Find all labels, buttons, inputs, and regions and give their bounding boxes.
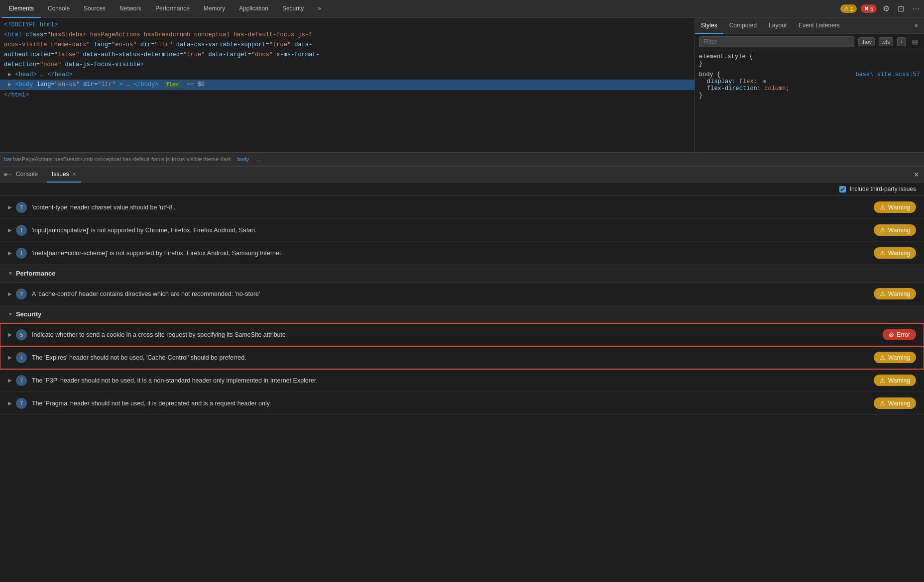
css-source-link[interactable]: base\ site.scss:57 — [855, 71, 920, 78]
category-label: Security — [16, 310, 41, 318]
category-performance[interactable]: ▼ Performance — [0, 265, 924, 283]
issue-count-badge: 7 — [16, 352, 27, 363]
category-label: Performance — [16, 270, 55, 277]
more-button[interactable]: ⋯ — [910, 2, 922, 15]
panel-dots-button[interactable]: ⋯ — [4, 173, 7, 176]
hov-button[interactable]: :hov — [858, 37, 875, 46]
issue-text: 'input[autocapitalize]' is not supported… — [32, 227, 874, 234]
tab-issues[interactable]: Issues × — [47, 167, 81, 183]
warning-badge: ⚠ Warning — [874, 201, 916, 213]
css-prop-display: display: flex; ⊞ — [699, 78, 920, 85]
warn-triangle-icon: ⚠ — [880, 249, 886, 257]
warning-badge: ⚠ Warning — [874, 352, 916, 363]
code-html-cont1: ocus-visible theme-dark" lang="en-us" di… — [0, 40, 694, 50]
issue-text: The 'Pragma' header should not be used, … — [32, 400, 874, 407]
breadcrumb-bar: bar.hasPageActions.hasBreadcrumb.concept… — [0, 152, 924, 166]
error-count-badge[interactable]: ✖ 5 — [861, 4, 877, 13]
code-head-collapsed[interactable]: ▶ <head> … </head> — [0, 70, 694, 80]
warning-count-badge[interactable]: ⚠ 1 — [840, 4, 857, 13]
issue-count-badge: 7 — [16, 375, 27, 386]
body-style-rule: body { base\ site.scss:57 display: flex;… — [699, 71, 920, 99]
styles-content: element.style { } body { base\ site.scss… — [695, 50, 924, 106]
tab-application[interactable]: Application — [232, 0, 275, 18]
issue-row[interactable]: ▶ 7 A 'cache-control' header contains di… — [0, 283, 924, 305]
issue-row-error-samesite[interactable]: ▶ 5 Indicate whether to send a cookie in… — [0, 323, 924, 346]
breadcrumb-text: bar.hasPageActions.hasBreadcrumb.concept… — [4, 156, 261, 162]
expand-icon: ▶ — [8, 332, 12, 337]
cls-button[interactable]: .cls — [879, 37, 893, 46]
elements-panel: <!DOCTYPE html> <html class="hasSidebar … — [0, 18, 695, 152]
issue-row-expires[interactable]: ▶ 7 The 'Expires' header should not be u… — [0, 346, 924, 369]
expand-icon: ▶ — [8, 204, 12, 210]
body-style-closing: } — [699, 92, 920, 99]
tab-memory[interactable]: Memory — [197, 0, 232, 18]
tab-elements[interactable]: Elements — [2, 0, 41, 18]
tab-styles[interactable]: Styles — [695, 18, 723, 34]
issue-text: 'content-type' header charset value shou… — [32, 204, 874, 211]
expand-icon: ▶ — [8, 355, 12, 360]
third-party-checkbox[interactable] — [839, 186, 846, 193]
expand-icon: ▶ — [8, 227, 12, 233]
dock-button[interactable]: ⊡ — [896, 2, 906, 15]
styles-filter-input[interactable] — [699, 36, 854, 47]
close-issues-tab[interactable]: × — [72, 170, 76, 178]
tab-network[interactable]: Network — [113, 0, 148, 18]
warning-badge: ⚠ Warning — [874, 288, 916, 299]
settings-button[interactable]: ⚙ — [881, 2, 892, 15]
warn-triangle-icon: ⚠ — [880, 377, 886, 384]
grid-icon[interactable]: ⊞ — [910, 36, 920, 48]
code-body-selected[interactable]: ▶ <body lang="en-us" dir="ltr" > … </bod… — [0, 80, 694, 90]
element-style-selector: element.style { — [699, 53, 920, 60]
category-security[interactable]: ▼ Security — [0, 305, 924, 323]
issue-text: The 'P3P' header should not be used, it … — [32, 377, 874, 384]
tab-console[interactable]: Console — [41, 0, 77, 18]
element-style-closing: } — [699, 60, 920, 67]
warn-triangle-icon: ⚠ — [880, 399, 886, 407]
issues-toolbar: ⋯ Console Issues × × — [0, 167, 924, 183]
code-doctype: <!DOCTYPE html> — [0, 20, 694, 30]
third-party-bar: Include third-party issues — [0, 183, 924, 196]
issue-row[interactable]: ▶ 7 'content-type' header charset value … — [0, 196, 924, 219]
category-arrow: ▼ — [8, 271, 13, 276]
close-panel-button[interactable]: × — [913, 169, 920, 180]
issue-row[interactable]: ▶ 1 'input[autocapitalize]' is not suppo… — [0, 219, 924, 242]
tab-styles-more[interactable]: » — [909, 18, 924, 34]
warning-icon: ⚠ — [844, 5, 849, 12]
code-html-cont2: authenticated="false" data-auth-status-d… — [0, 50, 694, 60]
warning-badge: ⚠ Warning — [874, 397, 916, 409]
expand-icon: ▶ — [8, 400, 12, 406]
add-style-button[interactable]: + — [897, 37, 906, 46]
issue-count-badge: 5 — [16, 329, 27, 340]
tab-event-listeners[interactable]: Event Listeners — [793, 18, 846, 34]
issue-row[interactable]: ▶ 7 The 'P3P' header should not be used,… — [0, 369, 924, 392]
styles-panel: Styles Computed Layout Event Listeners »… — [695, 18, 924, 152]
warning-badge: ⚠ Warning — [874, 375, 916, 386]
issue-row[interactable]: ▶ 1 'meta[name=color-scheme]' is not sup… — [0, 242, 924, 265]
code-html-open: <html class="hasSidebar hasPageActions h… — [0, 30, 694, 40]
issue-text: 'meta[name=color-scheme]' is not support… — [32, 250, 874, 257]
tab-layout[interactable]: Layout — [763, 18, 793, 34]
warning-count: 1 — [850, 6, 853, 12]
expand-icon: ▶ — [8, 291, 12, 296]
issue-count-badge: 7 — [16, 202, 27, 213]
error-circle-icon: ⊗ — [889, 331, 894, 338]
devtools-top-tabbar: Elements Console Sources Network Perform… — [0, 0, 924, 18]
tab-security[interactable]: Security — [275, 0, 311, 18]
issue-text: Indicate whether to send a cookie in a c… — [32, 331, 883, 338]
tab-more[interactable]: » — [311, 0, 328, 18]
issue-row[interactable]: ▶ 7 The 'Pragma' header should not be us… — [0, 392, 924, 415]
css-prop-flex-direction: flex-direction: column; — [699, 85, 920, 92]
warn-triangle-icon: ⚠ — [880, 290, 886, 297]
styles-filter-bar: :hov .cls + ⊞ — [695, 34, 924, 50]
main-split: <!DOCTYPE html> <html class="hasSidebar … — [0, 18, 924, 152]
issues-list: ▶ 7 'content-type' header charset value … — [0, 196, 924, 415]
tab-console-bottom[interactable]: Console — [11, 167, 43, 183]
error-icon: ✖ — [864, 5, 869, 12]
error-badge: ⊗ Error — [883, 329, 916, 340]
warn-triangle-icon: ⚠ — [880, 354, 886, 361]
body-style-selector-line: body { base\ site.scss:57 — [699, 71, 920, 78]
tab-computed[interactable]: Computed — [723, 18, 763, 34]
element-style-rule: element.style { } — [699, 53, 920, 67]
tab-performance[interactable]: Performance — [148, 0, 197, 18]
tab-sources[interactable]: Sources — [77, 0, 113, 18]
